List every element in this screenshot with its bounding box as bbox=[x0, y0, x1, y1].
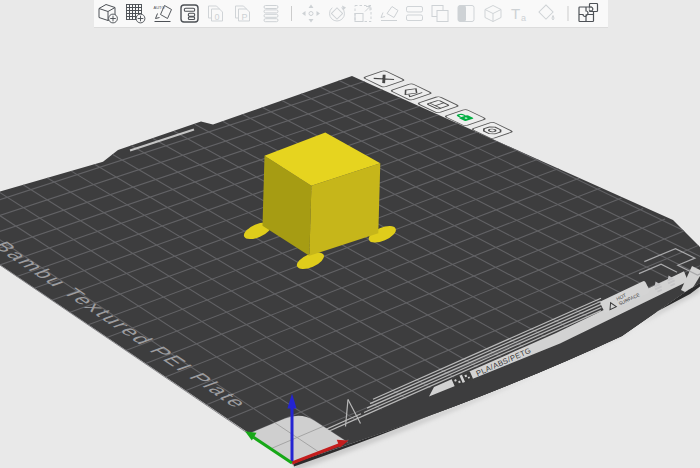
svg-text:T: T bbox=[511, 5, 520, 22]
svg-text:P: P bbox=[242, 12, 248, 22]
svg-text:0: 0 bbox=[215, 12, 220, 22]
svg-text:AUTO: AUTO bbox=[154, 5, 165, 10]
svg-text:a: a bbox=[521, 13, 526, 23]
